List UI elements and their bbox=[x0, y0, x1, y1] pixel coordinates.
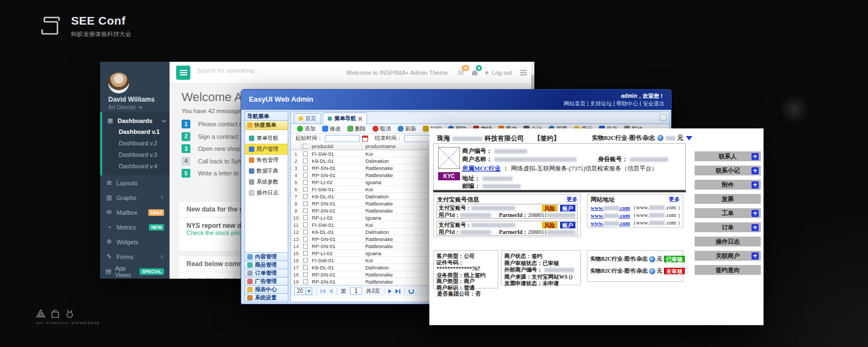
accordion-panel-order-mgmt[interactable]: 订单管理 bbox=[245, 269, 288, 277]
sidebar-item-dashboard-v4[interactable]: Dashboard v.4 bbox=[119, 161, 170, 172]
page-number-input[interactable] bbox=[350, 287, 362, 295]
row-checkbox[interactable] bbox=[303, 173, 308, 178]
row-checkbox[interactable] bbox=[303, 166, 308, 170]
row-checkbox[interactable] bbox=[303, 222, 308, 227]
row-checkbox[interactable] bbox=[303, 244, 308, 249]
sidebar-item-dashboards[interactable]: ▦ Dashboards bbox=[102, 115, 170, 126]
profile-role-menu[interactable]: Art Director bbox=[108, 104, 142, 110]
close-icon[interactable] bbox=[358, 117, 362, 121]
sidebar-item-graphs[interactable]: ▥ Graphs bbox=[100, 190, 170, 205]
select-all-checkbox[interactable] bbox=[302, 144, 307, 149]
website-more-link[interactable]: 更多 bbox=[669, 196, 680, 203]
row-checkbox[interactable] bbox=[303, 215, 308, 220]
avatar[interactable] bbox=[108, 73, 129, 93]
contact-notes-button[interactable]: 联系小记 bbox=[695, 166, 761, 175]
row-checkbox[interactable] bbox=[303, 180, 308, 185]
add-icon[interactable] bbox=[752, 252, 759, 260]
header-nav-links[interactable]: 网站首页 | 支持论坛 | 帮助中心 | 安全退出 bbox=[564, 100, 665, 108]
sidebar-item-dashboard-v2[interactable]: Dashboard v.2 bbox=[119, 138, 170, 149]
sidebar-item-widgets[interactable]: ⚙ Widgets bbox=[100, 234, 170, 249]
easyui-titlebar[interactable]: EasyUI Web Admin admin，欢迎您！ 网站首页 | 支持论坛 … bbox=[241, 90, 671, 110]
panel-tool-icon[interactable] bbox=[660, 114, 667, 121]
account-badge[interactable]: 账户 bbox=[560, 222, 575, 228]
operation-log-button[interactable]: 操作日志 bbox=[695, 237, 761, 246]
website-link[interactable]: www..com bbox=[591, 205, 630, 211]
menu-toggle-button[interactable] bbox=[176, 66, 190, 80]
tree-item-sys-params[interactable]: 系统参数 bbox=[245, 177, 288, 187]
accordion-panel-product-mgmt[interactable]: 商品管理 bbox=[245, 261, 288, 269]
add-icon[interactable] bbox=[752, 181, 759, 189]
add-button[interactable]: 添加 bbox=[294, 125, 318, 133]
account-badge[interactable]: 账户 bbox=[560, 205, 575, 211]
next-page-button[interactable] bbox=[388, 289, 392, 293]
notifications-bell-icon[interactable]: 8 bbox=[472, 69, 477, 77]
accordion-panel-report-center[interactable]: 报表中心 bbox=[245, 285, 288, 293]
reload-icon[interactable] bbox=[409, 289, 414, 294]
logout-button[interactable]: Log out bbox=[486, 69, 512, 76]
last-page-button[interactable] bbox=[395, 289, 400, 293]
website-link[interactable]: www..com bbox=[591, 213, 630, 219]
delete-button[interactable]: 删除 bbox=[345, 125, 369, 133]
attachments-button[interactable]: 附件 bbox=[695, 180, 761, 190]
work-order-button[interactable]: 工单 bbox=[695, 208, 761, 218]
accordion-panel-content-mgmt[interactable]: 内容管理 bbox=[245, 252, 288, 261]
row-checkbox[interactable] bbox=[303, 237, 308, 242]
website-link[interactable]: www..com bbox=[591, 220, 630, 226]
sidebar-item-mailbox[interactable]: ✉ Mailbox 16/24 bbox=[100, 205, 170, 220]
tab-menu-nav[interactable]: 菜单导航 bbox=[323, 113, 367, 124]
sidebar-item-dashboard-v3[interactable]: Dashboard v.3 bbox=[119, 149, 170, 161]
prev-page-button[interactable] bbox=[329, 289, 333, 293]
sidebar-item-metrics[interactable]: ◔ Metrics NEW bbox=[100, 220, 170, 234]
search-input[interactable] bbox=[197, 67, 290, 74]
row-checkbox[interactable] bbox=[303, 279, 308, 284]
tab-home[interactable]: 首页 bbox=[294, 113, 321, 123]
contacts-button[interactable]: 联系人 bbox=[695, 151, 761, 161]
dropdown-caret-icon[interactable] bbox=[686, 136, 692, 140]
add-icon[interactable] bbox=[752, 210, 759, 217]
accordion-title[interactable]: 导航菜单 bbox=[245, 112, 288, 121]
tree-item-menu-nav[interactable]: 菜单导航 bbox=[245, 133, 288, 144]
start-time-input[interactable] bbox=[325, 135, 360, 142]
risk-badge[interactable]: 风险 bbox=[542, 222, 557, 228]
add-icon[interactable] bbox=[752, 153, 759, 160]
row-checkbox[interactable] bbox=[303, 194, 308, 199]
comment-author-link[interactable]: @A an Marry bbox=[187, 277, 222, 279]
row-checkbox[interactable] bbox=[303, 187, 308, 192]
row-checkbox[interactable] bbox=[303, 208, 308, 213]
sidebar-item-layouts[interactable]: ⊞ Layouts bbox=[100, 175, 170, 190]
row-checkbox[interactable] bbox=[303, 158, 308, 163]
sidebar-item-app-views[interactable]: ▤ App Views SPECIAL bbox=[100, 264, 170, 279]
row-checkbox[interactable] bbox=[303, 201, 308, 206]
column-header-productid[interactable]: productid bbox=[310, 143, 362, 150]
sidebar-item-dashboard-v1[interactable]: Dashboard v.1 bbox=[119, 126, 170, 138]
tree-item-op-log[interactable]: 操作日志 bbox=[245, 187, 288, 198]
row-checkbox[interactable] bbox=[303, 151, 308, 156]
sidebar-item-forms[interactable]: ✎ Forms bbox=[100, 249, 170, 264]
row-checkbox[interactable] bbox=[303, 251, 308, 256]
accordion-panel-ad-mgmt[interactable]: 广告管理 bbox=[245, 277, 288, 285]
row-checkbox[interactable] bbox=[303, 230, 308, 234]
invoice-button[interactable]: 发票 bbox=[695, 194, 761, 204]
row-checkbox[interactable] bbox=[303, 265, 308, 270]
add-icon[interactable] bbox=[752, 224, 759, 231]
contract-intent-button[interactable]: 签约意向 bbox=[695, 265, 761, 275]
refresh-button[interactable]: 刷新 bbox=[395, 125, 419, 133]
calendar-icon[interactable] bbox=[362, 136, 368, 142]
row-checkbox[interactable] bbox=[303, 272, 308, 277]
first-page-button[interactable] bbox=[321, 289, 325, 293]
add-icon[interactable] bbox=[752, 167, 759, 174]
risk-badge[interactable]: 风险 bbox=[542, 205, 557, 211]
tree-item-role-mgmt[interactable]: 角色管理 bbox=[245, 155, 288, 166]
row-checkbox[interactable] bbox=[303, 258, 308, 263]
related-merchants-button[interactable]: 关联商户 bbox=[695, 251, 761, 261]
orders-button[interactable]: 订单 bbox=[695, 222, 761, 232]
accordion-panel-sys-settings[interactable]: 系统设置 bbox=[245, 293, 288, 302]
list-layout-icon[interactable] bbox=[520, 70, 527, 75]
page-size-select[interactable]: 20 bbox=[294, 287, 312, 295]
tree-item-user-mgmt[interactable]: 用户管理 bbox=[245, 144, 288, 155]
edit-button[interactable]: 修改 bbox=[319, 125, 343, 133]
tree-item-data-dict[interactable]: 数据字典 bbox=[245, 166, 288, 177]
mcc-industry-link[interactable]: 所属MCC行业 bbox=[462, 164, 500, 173]
alipay-more-link[interactable]: 更多 bbox=[567, 196, 578, 203]
accordion-panel-quick-menu[interactable]: 快捷菜单 bbox=[245, 121, 288, 130]
